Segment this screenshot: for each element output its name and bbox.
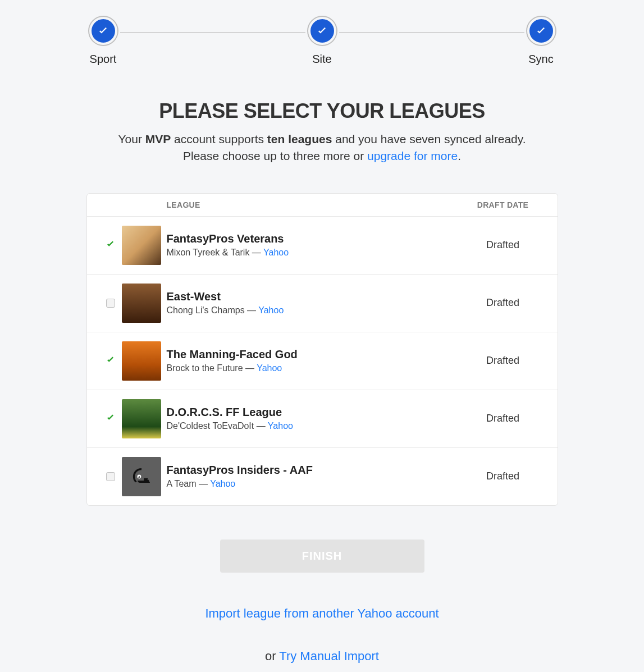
svg-text:A: A: [138, 476, 140, 479]
draft-status: Drafted: [461, 297, 545, 309]
account-tier: MVP: [145, 132, 171, 145]
table-row[interactable]: The Manning-Faced God Brock to the Futur…: [87, 332, 558, 390]
table-row[interactable]: FantasyPros Veterans Mixon Tyreek & Tari…: [87, 217, 558, 275]
step-sync: Sync: [524, 17, 558, 66]
league-avatar: A: [122, 457, 161, 496]
checkmark-circle-icon: [308, 17, 336, 45]
site-link[interactable]: Yahoo: [210, 479, 235, 488]
league-subtitle: Chong Li's Champs — Yahoo: [167, 305, 461, 316]
step-label: Sync: [528, 53, 553, 66]
site-link[interactable]: Yahoo: [268, 421, 293, 431]
team-name: Brock to the Future: [167, 363, 243, 373]
league-avatar: [122, 226, 161, 265]
upgrade-link[interactable]: upgrade for more: [367, 149, 458, 162]
table-row[interactable]: A FantasyPros Insiders - AAF A Team — Ya…: [87, 448, 558, 505]
team-name: Mixon Tyreek & Tarik: [167, 248, 250, 257]
select-checkbox[interactable]: [106, 472, 115, 481]
page-subtitle: Your MVP account supports ten leagues an…: [86, 131, 558, 165]
league-name: East-West: [167, 290, 461, 303]
selected-check-icon: [104, 412, 117, 426]
league-avatar: [122, 399, 161, 438]
separator: —: [243, 363, 257, 373]
team-name: Chong Li's Champs: [167, 305, 245, 315]
step-label: Site: [312, 53, 331, 66]
column-header-league: LEAGUE: [167, 200, 461, 209]
select-checkbox[interactable]: [106, 299, 115, 308]
step-site: Site: [305, 17, 339, 66]
site-link[interactable]: Yahoo: [258, 305, 284, 315]
page-title: PLEASE SELECT YOUR LEAGUES: [86, 99, 558, 123]
separator: —: [245, 305, 259, 315]
step-sport: Sport: [86, 17, 120, 66]
step-label: Sport: [90, 53, 117, 66]
draft-status: Drafted: [461, 470, 545, 482]
league-name: FantasyPros Insiders - AAF: [167, 464, 461, 477]
leagues-table: LEAGUE DRAFT DATE FantasyPros Veterans M…: [86, 193, 558, 506]
import-another-account-link[interactable]: Import league from another Yahoo account: [205, 606, 439, 620]
separator: —: [249, 248, 263, 257]
team-name: A Team: [167, 479, 197, 488]
table-row[interactable]: East-West Chong Li's Champs — Yahoo Draf…: [87, 275, 558, 332]
site-link[interactable]: Yahoo: [257, 363, 282, 373]
league-name: FantasyPros Veterans: [167, 232, 461, 245]
league-subtitle: Mixon Tyreek & Tarik — Yahoo: [167, 248, 461, 258]
league-avatar: [122, 341, 161, 381]
checkmark-circle-icon: [89, 17, 117, 45]
checkmark-circle-icon: [527, 17, 555, 45]
league-name: The Manning-Faced God: [167, 348, 461, 361]
finish-button[interactable]: FINISH: [220, 540, 424, 573]
subhead-text: Please choose up to three more or: [183, 149, 367, 162]
league-name: D.O.R.C.S. FF League: [167, 406, 461, 419]
draft-status: Drafted: [461, 413, 545, 424]
subhead-text: and you have seven synced already.: [332, 132, 526, 145]
league-limit: ten leagues: [267, 132, 332, 145]
league-avatar: [122, 284, 161, 323]
separator: —: [197, 479, 211, 488]
draft-status: Drafted: [461, 355, 545, 367]
subhead-text: Your: [118, 132, 145, 145]
league-subtitle: A Team — Yahoo: [167, 479, 461, 489]
selected-check-icon: [104, 238, 117, 253]
selected-check-icon: [104, 354, 117, 368]
table-header: LEAGUE DRAFT DATE: [87, 194, 558, 217]
league-subtitle: De'Coldest ToEvaDoIt — Yahoo: [167, 421, 461, 431]
table-row[interactable]: D.O.R.C.S. FF League De'Coldest ToEvaDoI…: [87, 390, 558, 448]
or-text: or: [265, 649, 279, 663]
league-subtitle: Brock to the Future — Yahoo: [167, 363, 461, 373]
site-link[interactable]: Yahoo: [263, 248, 289, 257]
manual-import-line: or Try Manual Import: [86, 649, 558, 664]
progress-stepper: Sport Site Sync: [86, 17, 558, 66]
subhead-text: .: [458, 149, 461, 162]
separator: —: [254, 421, 268, 431]
column-header-draft: DRAFT DATE: [461, 200, 545, 209]
subhead-text: account supports: [171, 132, 267, 145]
helmet-icon: A: [129, 464, 154, 489]
manual-import-link[interactable]: Try Manual Import: [279, 649, 379, 663]
draft-status: Drafted: [461, 239, 545, 251]
team-name: De'Coldest ToEvaDoIt: [167, 421, 254, 431]
